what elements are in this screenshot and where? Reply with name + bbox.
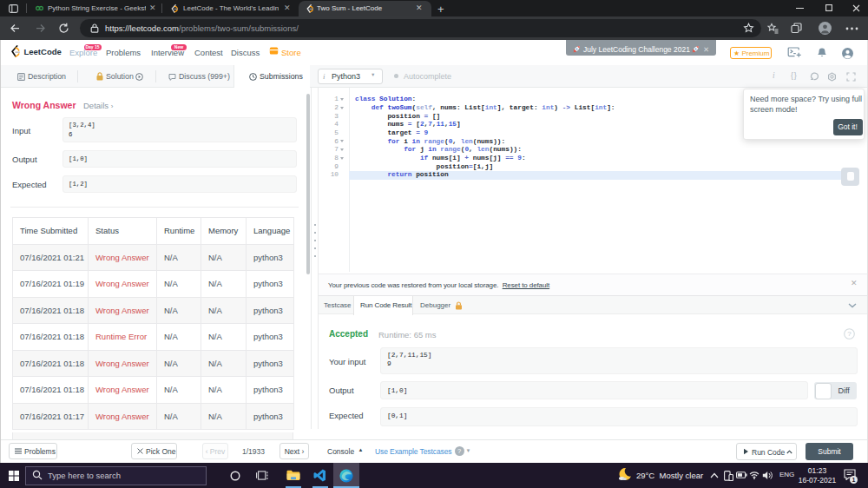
svg-text:?: ?: [847, 330, 852, 338]
